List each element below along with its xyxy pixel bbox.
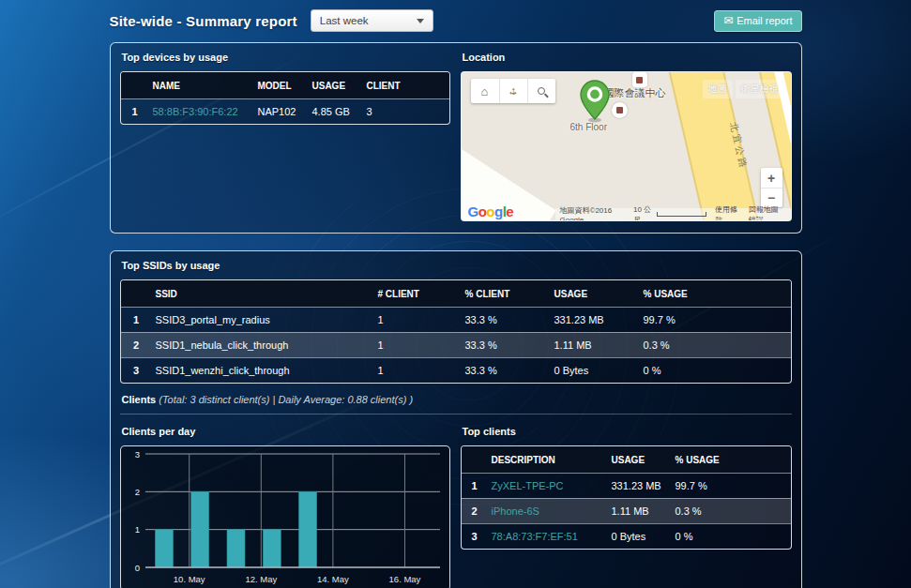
google-logo-letter: o [486, 204, 494, 219]
y-axis-tick-label: 0 [134, 563, 139, 573]
zoom-in-button[interactable]: + [761, 168, 782, 188]
bar [263, 530, 281, 567]
map-toolbar: ⌂ ↔ ↕ [471, 79, 555, 103]
top-clients-table: DESCRIPTIONUSAGE% USAGE1ZyXEL-TPE-PC331.… [461, 445, 792, 550]
bar [190, 491, 208, 567]
content: Site-wide - Summary report Last week ✉ E… [110, 8, 802, 588]
map-marker-label: 6th Floor [570, 122, 607, 132]
map-search-button[interactable] [527, 79, 555, 103]
column-header-rank [121, 78, 149, 94]
client-row-pct_usage: 0.3 % [672, 499, 791, 523]
clients-per-day-title: Clients per day [122, 426, 448, 437]
device-row-client: 3 [363, 99, 449, 124]
location-pin-icon[interactable] [578, 80, 612, 123]
clients-summary-label: Clients [122, 394, 157, 405]
client-row-header: DESCRIPTIONUSAGE% USAGE [462, 446, 791, 473]
client-row-rank: 3 [462, 524, 488, 549]
map-poi-label: 國際會議中心 [604, 86, 666, 100]
clients-per-day-chart: 012310. May12. May14. May16. May [120, 445, 450, 588]
column-header: MODEL [254, 72, 309, 98]
top-devices-table: NAMEMODELUSAGECLIENT158:8B:F3:90:F6:22NA… [120, 71, 450, 125]
device-row-header: NAMEMODELUSAGECLIENT [121, 72, 449, 98]
map-poi-building-icon[interactable] [612, 102, 628, 118]
client-name-link[interactable]: iPhone-6S [488, 499, 608, 523]
device-name-link[interactable]: 58:8B:F3:90:F6:22 [149, 99, 254, 124]
location-title: Location [463, 52, 790, 63]
device-row-usage: 4.85 GB [309, 99, 363, 124]
map-terms-link[interactable]: 使用條款 [715, 204, 740, 222]
ssid-row-client: 1 [374, 333, 462, 357]
x-axis-tick-label: 10. May [173, 574, 205, 584]
ssid-row-rank: 1 [121, 308, 152, 332]
client-name-link[interactable]: ZyXEL-TPE-PC [488, 474, 608, 498]
ssid-row-usage: 1.11 MB [551, 333, 640, 357]
ssid-row-pct_usage: 99.7 % [640, 308, 791, 332]
ssid-row-client: 1 [374, 308, 462, 332]
y-axis-tick-label: 2 [134, 487, 139, 497]
page-title: Site-wide - Summary report [110, 13, 297, 29]
bar [226, 530, 244, 567]
period-select[interactable]: Last week [311, 9, 433, 32]
clients-summary: Clients (Total: 3 distinct client(s) | D… [122, 394, 790, 405]
client-row-usage: 0 Bytes [608, 524, 672, 549]
map-attribution: 地圖資料©2016 Google [559, 205, 624, 222]
ssid-row-ssid: SSID1_nebula_click_through [152, 333, 374, 357]
x-axis-tick-label: 12. May [245, 574, 277, 584]
device-row-rank: 1 [121, 99, 149, 124]
column-header-rank [121, 286, 152, 302]
map-poi-icon[interactable] [632, 72, 647, 87]
ssid-row-pct_client: 33.3 % [462, 333, 551, 357]
device-row: 158:8B:F3:90:F6:22NAP1024.85 GB3 [121, 98, 449, 124]
map-report-error-link[interactable]: 回報地圖錯誤 [749, 204, 786, 222]
ssid-row-usage: 331.23 MB [551, 308, 640, 332]
ssid-row-usage: 0 Bytes [551, 358, 640, 383]
panel-devices-location: Top devices by usage NAMEMODELUSAGECLIEN… [110, 42, 802, 234]
ssid-row-pct_usage: 0.3 % [640, 333, 791, 357]
bar [298, 491, 316, 567]
client-row: 378:A8:73:F7:EF:510 Bytes0 % [462, 523, 791, 549]
top-ssids-title: Top SSIDs by usage [122, 260, 790, 271]
ssid-row: 3SSID1_wenzhi_click_through133.3 %0 Byte… [121, 357, 791, 383]
y-axis-tick-label: 1 [134, 524, 139, 535]
map-canvas[interactable]: 北宜公路 國際會議中心 6th Floor ⌂ [461, 71, 792, 221]
map-pan-button[interactable]: ↔ ↕ [499, 79, 527, 103]
column-header: USAGE [608, 446, 672, 473]
ssid-row-client: 1 [374, 358, 462, 383]
google-logo-letter: G [468, 204, 478, 219]
client-name-link[interactable]: 78:A8:73:F7:EF:51 [488, 524, 608, 549]
map-type-satellite-button[interactable]: 衛星檢視 [736, 80, 784, 98]
map-type-map-button[interactable]: 地圖 [703, 80, 733, 98]
y-axis-tick-label: 3 [134, 449, 139, 460]
period-select-value: Last week [320, 15, 369, 26]
top-devices-section: Top devices by usage NAMEMODELUSAGECLIEN… [120, 49, 450, 125]
column-header: % USAGE [640, 280, 791, 307]
column-header: NAME [149, 72, 254, 98]
device-row-model: NAP102 [254, 99, 309, 124]
ssid-row-rank: 2 [121, 333, 152, 357]
column-header: DESCRIPTION [488, 446, 608, 473]
search-icon [538, 87, 545, 95]
column-header: SSID [152, 280, 374, 307]
email-report-button[interactable]: ✉ Email report [714, 10, 801, 32]
column-header: CLIENT [363, 72, 449, 98]
top-ssids-table: SSID# CLIENT% CLIENTUSAGE% USAGE1SSID3_p… [120, 279, 792, 384]
column-header: USAGE [309, 72, 363, 98]
ssid-row-ssid: SSID1_wenzhi_click_through [152, 358, 374, 383]
map-scale-bar [657, 212, 706, 217]
column-header: # CLIENT [374, 280, 462, 307]
google-logo: Google [468, 204, 514, 219]
ssid-row-ssid: SSID3_portal_my_radius [152, 308, 374, 332]
client-row-usage: 331.23 MB [608, 474, 672, 498]
home-icon: ⌂ [481, 84, 489, 98]
column-header: USAGE [551, 280, 640, 307]
ssid-row-pct_client: 33.3 % [462, 358, 551, 383]
ssid-row-rank: 3 [121, 358, 152, 383]
pan-icon: ↔ ↕ [507, 84, 520, 98]
map-attribution-bar: 地圖資料©2016 Google 10 公尺 使用條款 回報地圖錯誤 [555, 208, 791, 220]
x-axis-tick-label: 14. May [316, 574, 348, 584]
panel-ssids-clients: Top SSIDs by usage SSID# CLIENT% CLIENTU… [110, 250, 802, 588]
map-home-button[interactable]: ⌂ [471, 79, 499, 103]
envelope-icon: ✉ [723, 14, 733, 27]
client-row: 2iPhone-6S1.11 MB0.3 % [462, 498, 791, 523]
bar [155, 530, 173, 567]
